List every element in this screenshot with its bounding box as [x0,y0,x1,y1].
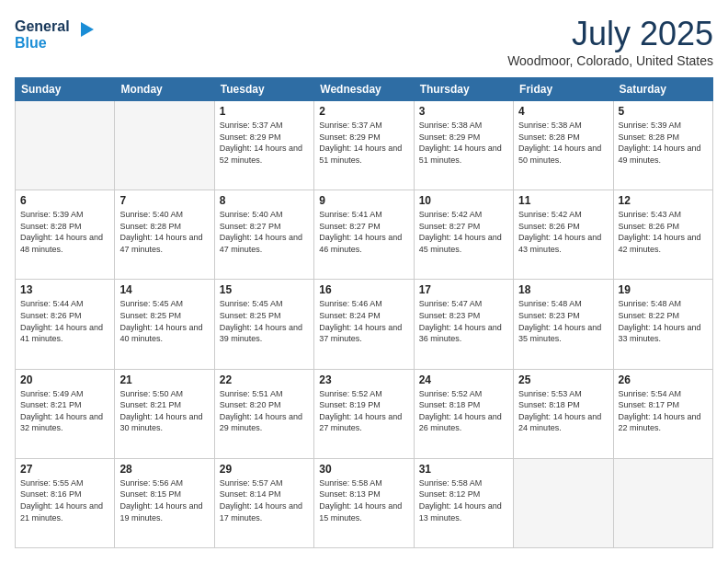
calendar-cell: 19 Sunrise: 5:48 AMSunset: 8:22 PMDaylig… [613,280,712,369]
cell-info: Sunrise: 5:48 AMSunset: 8:22 PMDaylight:… [619,299,701,343]
day-header-tuesday: Tuesday [214,78,313,101]
cell-info: Sunrise: 5:52 AMSunset: 8:18 PMDaylight:… [419,389,502,433]
cell-info: Sunrise: 5:53 AMSunset: 8:18 PMDaylight:… [518,389,601,433]
day-number: 20 [20,373,109,386]
svg-marker-2 [81,22,94,37]
day-number: 21 [119,373,209,386]
logo: General Blue [15,15,97,59]
day-number: 16 [319,283,408,296]
day-number: 28 [119,463,209,476]
calendar-week-5: 27 Sunrise: 5:55 AMSunset: 8:16 PMDaylig… [16,458,713,547]
calendar-cell: 17 Sunrise: 5:47 AMSunset: 8:23 PMDaylig… [414,280,513,369]
day-header-monday: Monday [115,78,214,101]
cell-info: Sunrise: 5:55 AMSunset: 8:16 PMDaylight:… [20,478,103,523]
calendar-cell [613,458,712,547]
cell-info: Sunrise: 5:44 AMSunset: 8:26 PMDaylight:… [20,299,103,343]
calendar-cell: 28 Sunrise: 5:56 AMSunset: 8:15 PMDaylig… [115,458,214,547]
cell-info: Sunrise: 5:42 AMSunset: 8:26 PMDaylight:… [518,210,601,254]
calendar-cell: 16 Sunrise: 5:46 AMSunset: 8:24 PMDaylig… [314,280,414,369]
calendar-cell: 31 Sunrise: 5:58 AMSunset: 8:12 PMDaylig… [414,458,513,547]
day-number: 26 [619,373,708,386]
month-title: July 2025 [507,15,713,53]
calendar-cell: 14 Sunrise: 5:45 AMSunset: 8:25 PMDaylig… [115,280,214,369]
calendar-cell: 12 Sunrise: 5:43 AMSunset: 8:26 PMDaylig… [613,190,712,280]
cell-info: Sunrise: 5:49 AMSunset: 8:21 PMDaylight:… [20,389,103,433]
cell-info: Sunrise: 5:39 AMSunset: 8:28 PMDaylight:… [20,210,103,254]
calendar-cell: 21 Sunrise: 5:50 AMSunset: 8:21 PMDaylig… [115,369,214,458]
calendar-week-2: 6 Sunrise: 5:39 AMSunset: 8:28 PMDayligh… [16,190,713,280]
day-number: 25 [518,373,608,386]
day-number: 12 [619,194,708,207]
calendar-week-3: 13 Sunrise: 5:44 AMSunset: 8:26 PMDaylig… [16,280,713,369]
cell-info: Sunrise: 5:38 AMSunset: 8:28 PMDaylight:… [518,121,601,165]
calendar-cell: 2 Sunrise: 5:37 AMSunset: 8:29 PMDayligh… [314,101,414,190]
calendar-cell: 18 Sunrise: 5:48 AMSunset: 8:23 PMDaylig… [514,280,613,369]
day-number: 5 [619,105,708,118]
cell-info: Sunrise: 5:57 AMSunset: 8:14 PMDaylight:… [220,478,302,523]
day-number: 11 [518,194,608,207]
day-number: 30 [319,463,408,476]
cell-info: Sunrise: 5:58 AMSunset: 8:12 PMDaylight:… [419,478,502,523]
day-number: 29 [220,463,309,476]
calendar-cell: 25 Sunrise: 5:53 AMSunset: 8:18 PMDaylig… [514,369,613,458]
cell-info: Sunrise: 5:39 AMSunset: 8:28 PMDaylight:… [619,121,701,165]
calendar-cell: 8 Sunrise: 5:40 AMSunset: 8:27 PMDayligh… [214,190,313,280]
day-number: 13 [20,283,109,296]
header: General Blue July 2025 Woodmoor, Colorad… [15,15,713,68]
day-number: 22 [220,373,309,386]
cell-info: Sunrise: 5:58 AMSunset: 8:13 PMDaylight:… [319,478,402,523]
cell-info: Sunrise: 5:43 AMSunset: 8:26 PMDaylight:… [619,210,701,254]
day-number: 24 [419,373,508,386]
day-number: 8 [220,194,309,207]
cell-info: Sunrise: 5:37 AMSunset: 8:29 PMDaylight:… [220,121,302,165]
cell-info: Sunrise: 5:40 AMSunset: 8:27 PMDaylight:… [220,210,302,254]
day-header-wednesday: Wednesday [314,78,414,101]
cell-info: Sunrise: 5:54 AMSunset: 8:17 PMDaylight:… [619,389,701,433]
calendar-cell [115,101,214,190]
day-number: 2 [319,105,408,118]
calendar-cell: 15 Sunrise: 5:45 AMSunset: 8:25 PMDaylig… [214,280,313,369]
calendar-cell: 26 Sunrise: 5:54 AMSunset: 8:17 PMDaylig… [613,369,712,458]
calendar-week-1: 1 Sunrise: 5:37 AMSunset: 8:29 PMDayligh… [16,101,713,190]
svg-text:General: General [15,18,70,34]
day-number: 6 [20,194,109,207]
cell-info: Sunrise: 5:45 AMSunset: 8:25 PMDaylight:… [220,299,302,343]
calendar-cell: 4 Sunrise: 5:38 AMSunset: 8:28 PMDayligh… [514,101,613,190]
day-number: 27 [20,463,109,476]
calendar-cell: 6 Sunrise: 5:39 AMSunset: 8:28 PMDayligh… [16,190,115,280]
day-number: 7 [119,194,209,207]
day-header-friday: Friday [514,78,613,101]
location-title: Woodmoor, Colorado, United States [507,53,713,68]
day-header-sunday: Sunday [16,78,115,101]
title-block: July 2025 Woodmoor, Colorado, United Sta… [507,15,713,68]
calendar-cell: 5 Sunrise: 5:39 AMSunset: 8:28 PMDayligh… [613,101,712,190]
cell-info: Sunrise: 5:47 AMSunset: 8:23 PMDaylight:… [419,299,502,343]
calendar-cell: 30 Sunrise: 5:58 AMSunset: 8:13 PMDaylig… [314,458,414,547]
cell-info: Sunrise: 5:40 AMSunset: 8:28 PMDaylight:… [119,210,202,254]
calendar-cell: 13 Sunrise: 5:44 AMSunset: 8:26 PMDaylig… [16,280,115,369]
day-number: 15 [220,283,309,296]
day-number: 14 [119,283,209,296]
calendar-cell: 7 Sunrise: 5:40 AMSunset: 8:28 PMDayligh… [115,190,214,280]
cell-info: Sunrise: 5:51 AMSunset: 8:20 PMDaylight:… [220,389,302,433]
calendar-cell: 11 Sunrise: 5:42 AMSunset: 8:26 PMDaylig… [514,190,613,280]
calendar-cell: 23 Sunrise: 5:52 AMSunset: 8:19 PMDaylig… [314,369,414,458]
day-number: 3 [419,105,508,118]
calendar-cell: 24 Sunrise: 5:52 AMSunset: 8:18 PMDaylig… [414,369,513,458]
cell-info: Sunrise: 5:37 AMSunset: 8:29 PMDaylight:… [319,121,402,165]
calendar-cell: 29 Sunrise: 5:57 AMSunset: 8:14 PMDaylig… [214,458,313,547]
day-number: 9 [319,194,408,207]
calendar-header-row: SundayMondayTuesdayWednesdayThursdayFrid… [16,78,713,101]
day-number: 10 [419,194,508,207]
calendar-cell [514,458,613,547]
day-number: 17 [419,283,508,296]
svg-text:Blue: Blue [15,35,47,51]
day-number: 18 [518,283,608,296]
day-number: 31 [419,463,508,476]
day-header-saturday: Saturday [613,78,712,101]
cell-info: Sunrise: 5:42 AMSunset: 8:27 PMDaylight:… [419,210,502,254]
cell-info: Sunrise: 5:52 AMSunset: 8:19 PMDaylight:… [319,389,402,433]
cell-info: Sunrise: 5:46 AMSunset: 8:24 PMDaylight:… [319,299,402,343]
cell-info: Sunrise: 5:38 AMSunset: 8:29 PMDaylight:… [419,121,502,165]
calendar-cell: 10 Sunrise: 5:42 AMSunset: 8:27 PMDaylig… [414,190,513,280]
